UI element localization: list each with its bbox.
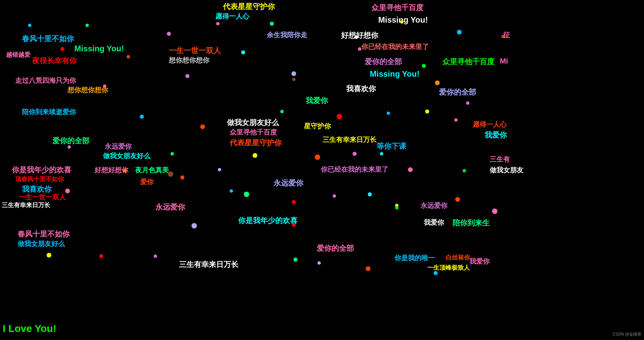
dot-8: [501, 35, 505, 38]
love-text-39: 做我女朋友: [490, 166, 523, 175]
love-text-51: 春风十里不如你: [18, 229, 70, 239]
dot-14: [358, 47, 361, 51]
love-text-58: 我爱你: [469, 257, 490, 266]
love-text-60: 征: [503, 30, 510, 40]
love-text-33: 做我女朋友好么: [103, 151, 150, 161]
dot-47: [191, 223, 197, 228]
love-text-32: 永远爱你: [105, 142, 132, 151]
dot-35: [123, 169, 127, 172]
love-text-40: 顶春风十里不如你: [15, 175, 64, 183]
love-text-42: 我喜欢你: [22, 184, 52, 194]
love-text-18: 想你想你想你: [68, 86, 108, 95]
dot-23: [387, 112, 390, 115]
dot-2: [167, 32, 171, 36]
dot-42: [292, 200, 296, 204]
dot-41: [244, 192, 249, 197]
love-text-13: 爱你的全部: [365, 57, 402, 67]
dot-24: [425, 110, 429, 114]
dot-29: [253, 153, 257, 158]
dot-4: [270, 22, 274, 26]
love-text-4: 余生我陪你走: [267, 30, 307, 40]
dot-44: [368, 192, 372, 196]
love-text-27: 众里寻他千百度: [230, 128, 277, 137]
dot-10: [127, 55, 130, 58]
love-text-41: 爱你: [140, 177, 154, 187]
love-text-49: 我爱你: [424, 218, 444, 227]
dot-1: [85, 24, 89, 27]
love-text-9: 一生一世一双人: [169, 46, 221, 56]
love-text-38: 你已经在我的未来里了: [321, 165, 388, 174]
love-text-16: Missing You!: [370, 69, 419, 79]
dot-0: [28, 24, 31, 27]
love-text-52: 做我女朋友好么: [18, 239, 65, 248]
love-text-21: 我爱你: [306, 96, 328, 106]
dot-31: [353, 152, 357, 156]
dot-36: [168, 171, 173, 177]
dot-45: [395, 204, 398, 207]
dot-37: [180, 175, 184, 179]
love-text-34: 三生有: [490, 155, 510, 164]
dot-25: [454, 118, 458, 122]
dot-38: [218, 168, 221, 171]
dot-20: [200, 124, 205, 129]
love-text-20: 爱你的全部: [439, 87, 476, 97]
love-text-47: 永远爱你: [420, 201, 447, 210]
dot-9: [60, 47, 65, 51]
dot-30: [315, 154, 320, 160]
dot-26: [140, 115, 144, 119]
dot-53: [154, 254, 157, 258]
love-text-30: 三生有幸来日万长: [323, 135, 377, 144]
dot-18: [103, 84, 106, 88]
dot-56: [366, 266, 370, 271]
love-text-14: 众里寻他千百度: [442, 57, 494, 67]
dot-52: [99, 254, 103, 258]
dot-49: [395, 206, 398, 210]
love-text-8: 你已经在我的未来里了: [361, 42, 429, 51]
love-text-53: 爱你的全部: [317, 243, 354, 253]
love-text-46: 永远爱你: [155, 202, 185, 212]
love-text-54: I Love You!: [3, 323, 56, 334]
love-text-3: Missing You!: [378, 15, 428, 25]
love-text-0: 代表星星守护你: [223, 2, 275, 12]
dot-40: [230, 189, 233, 193]
dot-19: [185, 74, 189, 78]
love-text-36: 好想好想你: [95, 166, 128, 175]
dot-12: [291, 71, 296, 76]
dot-43: [333, 194, 336, 198]
dot-39: [65, 189, 70, 193]
dot-33: [408, 167, 413, 172]
love-text-26: 我爱你: [485, 130, 507, 140]
love-text-48: 你是我年少的欢喜: [238, 216, 298, 226]
dot-11: [241, 50, 245, 54]
dot-50: [492, 209, 497, 214]
love-text-5: 好想好想你: [341, 30, 378, 41]
love-text-59: 一生顶峰极致人: [427, 264, 470, 272]
dot-5: [355, 35, 358, 39]
dot-34: [463, 169, 466, 172]
dot-28: [68, 145, 71, 149]
love-text-19: 我喜欢你: [346, 84, 376, 94]
love-text-43: 永远爱你: [274, 178, 303, 188]
dot-15: [422, 64, 426, 68]
dot-16: [435, 80, 440, 85]
love-text-22: 陪你到来续逝爱你: [22, 107, 76, 117]
dot-3: [216, 22, 220, 25]
love-text-7: Missing You!: [74, 44, 124, 53]
love-text-50: 陪你到来生: [453, 218, 490, 228]
love-text-6: 春风十里不如你: [22, 34, 74, 44]
love-text-55: 三生有幸来日万长: [179, 260, 238, 270]
love-text-57: 白丝袜你: [446, 253, 470, 262]
canvas: 代表星星守护你愿得一人心众里寻他千百度Missing You!余生我陪你走好想好…: [0, 0, 644, 340]
love-text-12: 想你想你想你: [169, 56, 209, 65]
dot-17: [466, 101, 469, 105]
love-text-23: 做我女朋友好么: [227, 118, 279, 128]
love-text-37: 夜月色真美: [135, 166, 169, 175]
dot-46: [455, 197, 460, 202]
dot-7: [457, 30, 462, 34]
love-text-35: 你是我年少的欢喜: [12, 165, 71, 175]
love-text-31: 等你下课: [377, 141, 406, 151]
dot-55: [317, 261, 321, 265]
watermark: CSDN @金陵驿: [612, 332, 641, 337]
love-text-28: 爱你的全部: [52, 136, 89, 146]
love-text-17: 走过八荒四海只为你: [15, 76, 76, 85]
